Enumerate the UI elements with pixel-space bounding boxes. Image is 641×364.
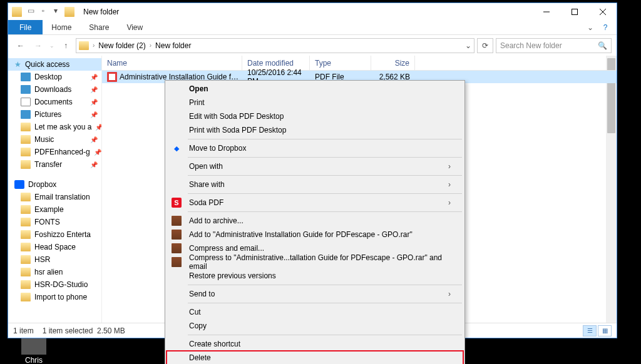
menu-send-to[interactable]: Send to› bbox=[167, 287, 463, 301]
sidebar-item[interactable]: PDFEnhanced-g📌 bbox=[8, 146, 101, 158]
winrar-icon bbox=[172, 257, 182, 267]
folder-icon bbox=[79, 41, 89, 50]
col-size[interactable]: Size bbox=[371, 56, 415, 70]
pin-icon: 📌 bbox=[90, 99, 98, 106]
col-type[interactable]: Type bbox=[310, 56, 371, 70]
soda-pdf-icon: S bbox=[172, 198, 182, 208]
menu-create-shortcut[interactable]: Create shortcut bbox=[167, 337, 463, 351]
qat-dropdown-icon[interactable]: ▾ bbox=[52, 7, 59, 14]
address-bar: ← → ⌄ ↑ › New folder (2) › New folder ⌄ … bbox=[8, 35, 617, 56]
col-name[interactable]: Name bbox=[102, 56, 242, 70]
pin-icon: 📌 bbox=[90, 136, 98, 143]
chevron-down-icon[interactable]: ⌄ bbox=[465, 41, 471, 50]
menu-compress-rar[interactable]: Compress to "Administrative...tallation … bbox=[167, 255, 463, 269]
breadcrumb-segment[interactable]: New folder bbox=[155, 41, 191, 50]
menu-cut[interactable]: Cut bbox=[167, 305, 463, 319]
close-button[interactable] bbox=[588, 3, 617, 20]
column-headers[interactable]: Name Date modified Type Size bbox=[102, 56, 617, 71]
pin-icon: 📌 bbox=[95, 124, 101, 131]
breadcrumb[interactable]: › New folder (2) › New folder ⌄ bbox=[76, 38, 474, 53]
folder-icon bbox=[21, 255, 31, 264]
sidebar-item[interactable]: Email translation bbox=[8, 191, 101, 203]
menu-edit-soda[interactable]: Edit with Soda PDF Desktop bbox=[167, 109, 463, 123]
menu-copy[interactable]: Copy bbox=[167, 319, 463, 333]
pin-icon: 📌 bbox=[90, 74, 98, 81]
folder-icon bbox=[21, 123, 31, 131]
winrar-icon bbox=[172, 216, 182, 226]
sidebar-item[interactable]: Documents📌 bbox=[8, 96, 101, 108]
sidebar-item[interactable]: Let me ask you a📌 bbox=[8, 121, 101, 133]
folder-icon bbox=[21, 148, 31, 156]
sidebar-dropbox[interactable]: Dropbox bbox=[8, 178, 101, 191]
sidebar-item[interactable]: Downloads📌 bbox=[8, 83, 101, 96]
sidebar-item[interactable]: hsr alien bbox=[8, 266, 101, 278]
window-title: New folder bbox=[83, 8, 119, 16]
menu-open-with[interactable]: Open with› bbox=[167, 159, 463, 173]
sidebar-item[interactable]: Import to phone bbox=[8, 291, 101, 303]
sidebar-item[interactable]: Example bbox=[8, 203, 101, 216]
sidebar-item[interactable]: HSR-DG-Studio bbox=[8, 278, 101, 291]
search-input[interactable]: Search New folder 🔍 bbox=[496, 38, 612, 53]
menu-dropbox[interactable]: ◆Move to Dropbox bbox=[167, 141, 463, 155]
sidebar-item[interactable]: Foshizzo Enterta bbox=[8, 228, 101, 241]
menu-soda-pdf[interactable]: SSoda PDF› bbox=[167, 196, 463, 210]
menu-open[interactable]: Open bbox=[167, 82, 463, 96]
menu-share-with[interactable]: Share with› bbox=[167, 178, 463, 191]
dropbox-icon bbox=[14, 180, 24, 189]
qat-properties-icon[interactable]: ▭ bbox=[27, 7, 34, 14]
breadcrumb-segment[interactable]: New folder (2) bbox=[98, 41, 145, 50]
folder-icon bbox=[21, 268, 31, 276]
ribbon-expand-icon[interactable]: ⌄ bbox=[583, 20, 598, 34]
ribbon-share[interactable]: Share bbox=[80, 20, 118, 34]
sidebar-item[interactable]: Pictures📌 bbox=[8, 108, 101, 121]
chevron-right-icon[interactable]: › bbox=[93, 42, 95, 49]
star-icon: ★ bbox=[14, 60, 21, 69]
menu-restore[interactable]: Restore previous versions bbox=[167, 269, 463, 283]
sidebar-item[interactable]: HSR bbox=[8, 253, 101, 266]
view-large-button[interactable]: ▦ bbox=[598, 325, 612, 336]
chevron-right-icon: › bbox=[448, 198, 451, 207]
search-placeholder: Search New folder bbox=[500, 41, 562, 50]
menu-print[interactable]: Print bbox=[167, 96, 463, 109]
ribbon-home[interactable]: Home bbox=[43, 20, 80, 34]
help-icon[interactable]: ? bbox=[598, 20, 613, 34]
menu-add-archive[interactable]: Add to archive... bbox=[167, 214, 463, 228]
sidebar-item[interactable]: Music📌 bbox=[8, 133, 101, 146]
folder-icon bbox=[21, 243, 31, 251]
nav-pane[interactable]: ★ Quick access Desktop📌Downloads📌Documen… bbox=[8, 56, 102, 323]
ribbon-view[interactable]: View bbox=[118, 20, 151, 34]
folder-icon bbox=[12, 7, 22, 17]
folder-icon bbox=[21, 280, 31, 289]
context-menu: Open Print Edit with Soda PDF Desktop Pr… bbox=[165, 80, 465, 364]
window-controls bbox=[532, 3, 617, 20]
pin-icon: 📌 bbox=[90, 161, 98, 168]
desktop-shortcut[interactable]: Chris Chrome bbox=[15, 338, 53, 364]
sidebar-item[interactable]: Desktop📌 bbox=[8, 71, 101, 83]
folder-icon bbox=[21, 230, 31, 239]
dropbox-icon: ◆ bbox=[172, 143, 182, 153]
maximize-button[interactable] bbox=[560, 3, 588, 20]
view-details-button[interactable]: ☰ bbox=[583, 325, 597, 336]
chevron-right-icon[interactable]: › bbox=[150, 42, 151, 49]
status-count: 1 item bbox=[13, 326, 34, 335]
sidebar-item[interactable]: Head Space bbox=[8, 241, 101, 253]
sidebar-item[interactable]: FONTS bbox=[8, 216, 101, 228]
sidebar-quick-access[interactable]: ★ Quick access bbox=[8, 58, 101, 71]
pin-icon: 📌 bbox=[90, 111, 98, 118]
nav-back-icon[interactable]: ← bbox=[13, 38, 28, 53]
chevron-right-icon: › bbox=[448, 162, 451, 171]
nav-recent-icon[interactable]: ⌄ bbox=[48, 38, 56, 53]
menu-add-rar[interactable]: Add to "Administrative Installation Guid… bbox=[167, 228, 463, 241]
sidebar-item[interactable]: Transfer📌 bbox=[8, 158, 101, 171]
folder-icon bbox=[21, 293, 31, 301]
qat: ▭ ▫ ▾ bbox=[12, 7, 59, 17]
menu-print-soda[interactable]: Print with Soda PDF Desktop bbox=[167, 123, 463, 137]
minimize-button[interactable] bbox=[532, 3, 560, 20]
ribbon-file[interactable]: File bbox=[8, 20, 43, 34]
svg-rect-1 bbox=[572, 9, 577, 14]
nav-up-icon[interactable]: ↑ bbox=[58, 38, 73, 53]
menu-delete[interactable]: Delete bbox=[167, 351, 463, 364]
title-bar[interactable]: ▭ ▫ ▾ New folder bbox=[8, 3, 617, 20]
refresh-button[interactable]: ⟳ bbox=[477, 38, 493, 53]
qat-new-icon[interactable]: ▫ bbox=[39, 7, 47, 14]
